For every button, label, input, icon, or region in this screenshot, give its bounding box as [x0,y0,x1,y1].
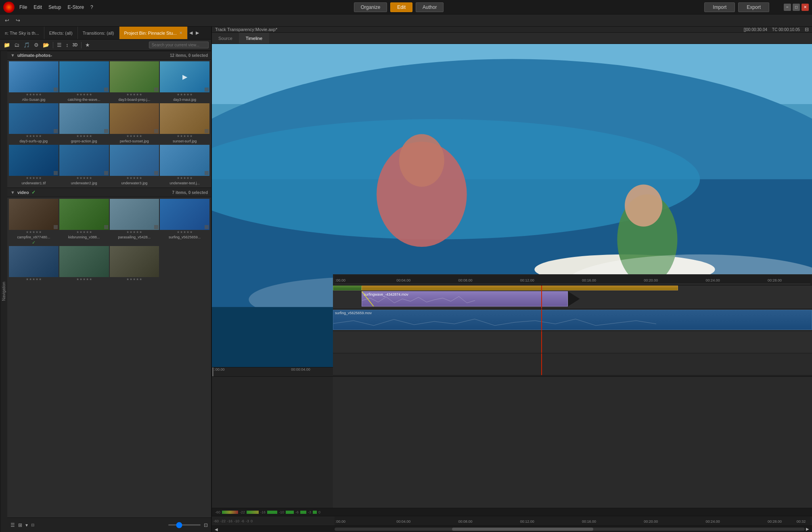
list-item[interactable]: ▶ ★★★★★ day3-maui.jpg [160,61,209,102]
lib-star-filter[interactable]: ★ [84,41,91,49]
media-label: day3-surfs-up.jpg [9,138,59,144]
menu-edit[interactable]: Edit [33,4,42,10]
media-label: underwater3.jpg [110,180,159,186]
svg-text:00:24.00: 00:24.00 [706,519,720,524]
search-input[interactable] [149,42,209,48]
star-rating: ★★★★★ [59,92,109,97]
list-item[interactable]: ★★★★★ parasailing_v5428... [110,199,159,245]
list-item[interactable]: ★★★★★ [110,246,159,283]
preview-topbar: Track Transparency:Movie.axp* []00:00:30… [212,27,812,33]
minimize-button[interactable]: − [784,4,791,11]
close-button[interactable]: ✕ [802,4,809,11]
tab-source[interactable]: Source [212,33,239,44]
lib-view-sort[interactable]: ↕ [65,41,70,49]
view-btn-dropdown[interactable]: ▾ [25,522,28,528]
svg-text:00:28.00: 00:28.00 [768,519,782,524]
list-item[interactable]: ★★★★★ campfire_v977480... ✓ [9,199,59,245]
lib-btn-folder[interactable]: 📂 [42,41,50,49]
view-btn-grid[interactable]: ⊞ [18,522,22,528]
list-item[interactable]: ★★★★★ [9,246,59,283]
list-item[interactable]: ★★★★★ day3-surfs-up.jpg [9,103,59,144]
section-count-photos: 12 items, 0 selected [170,53,208,58]
undo-button[interactable]: ↩ [3,17,11,24]
menu-file[interactable]: File [19,4,27,10]
star-rating: ★★★★★ [110,277,159,282]
tab-sky[interactable]: n: The Sky is th... [0,27,44,39]
list-item[interactable]: ★★★★★ surfing_v5625659... [160,199,209,245]
thumb-corner [54,171,58,175]
media-label: day3-maui.jpg [160,97,209,102]
section-name-photos: ultimate-photos- [17,53,52,58]
tab-transitions[interactable]: Transitions: (all) [78,27,119,39]
tab-close-icon[interactable]: ✕ [179,31,182,35]
list-item[interactable]: ★★★★★ catching-the-wave... [59,61,109,102]
lib-view-list[interactable]: ☰ [56,41,63,49]
list-item[interactable]: ★★★★★ sunset-surf.jpg [160,103,209,144]
menu-setup[interactable]: Setup [48,4,61,10]
section-arrow-photos[interactable]: ▼ [10,53,15,58]
svg-point-9 [625,184,662,226]
import-button[interactable]: Import [704,2,735,12]
edit-button[interactable]: Edit [390,2,412,12]
scroll-thumb[interactable] [452,528,593,531]
view-btn-detail[interactable]: ☰ [10,522,15,528]
view-btn-more[interactable]: ⊟ [31,523,34,527]
lib-btn-music[interactable]: 🎵 [22,41,31,49]
thumb-corner [205,225,209,229]
transition-clip-av1[interactable] [568,291,580,307]
list-item[interactable]: ★★★★★ kidsrunning_v388... [59,199,109,245]
export-button[interactable]: Export [738,2,769,12]
author-button[interactable]: Author [416,2,444,12]
list-item[interactable]: ★★★★★ underwater1.tif [9,145,59,186]
scroll-right-btn[interactable]: ▶ [805,526,810,532]
svg-text::00.00: :00.00 [335,519,345,524]
thumb-size-slider[interactable] [168,524,201,526]
list-item[interactable]: ★★★★★ day3-board-prep.j... [110,61,159,102]
svg-text:00:32: 00:32 [797,519,806,524]
tab-project-bin[interactable]: Project Bin: Pinnacle Stu... ✕ [119,27,188,39]
redo-button[interactable]: ↪ [14,17,22,24]
tab-timeline[interactable]: Timeline [239,33,269,44]
green-overlay-clip[interactable] [333,286,362,290]
main-clip-av2[interactable]: surfing_v5625659.mov [333,310,812,330]
lib-btn-1[interactable]: 📁 [2,41,11,49]
thumb-corner [54,225,58,229]
track-content-av1: surfingwave_-4342874.mov [333,286,812,309]
star-rating: ★★★★★ [110,230,159,234]
thumb-corner [205,171,209,175]
list-item[interactable]: ★★★★★ underwater2.jpg [59,145,109,186]
svg-text::00.00: :00.00 [335,278,345,282]
list-item[interactable]: ★★★★★ Alix-Susan.jpg [9,61,59,102]
main-clip-av1[interactable]: surfingwave_-4342874.mov [362,291,567,307]
thumb-corner [154,88,158,92]
preview-settings-icon[interactable]: ⊟ [805,27,809,32]
audio-meter-bar2 [247,511,259,514]
preview-tabs: Source Timeline [212,33,812,44]
lib-btn-3[interactable]: ⚙ [33,41,40,49]
scroll-left-btn[interactable]: ◀ [213,526,219,532]
tab-nav-prev[interactable]: ◀ [188,27,194,39]
svg-text:00:08.00: 00:08.00 [458,278,473,282]
section-arrow-video[interactable]: ▼ [10,190,15,195]
gold-overlay-clip[interactable] [362,286,678,290]
lib-view-3d[interactable]: 3D [71,42,79,48]
menu-help[interactable]: ? [90,4,93,10]
bottom-ruler-svg: :00.00 00:04.00 00:08.00 00:12.00 00:16.… [335,516,810,526]
list-item[interactable]: ★★★★★ gopro-action.jpg [59,103,109,144]
list-item[interactable]: ★★★★★ perfect-sunset.jpg [110,103,159,144]
media-label [110,282,159,283]
organize-button[interactable]: Organize [354,2,387,12]
lib-btn-2[interactable]: 🗂 [13,41,21,49]
thumb-corner [104,225,108,229]
tab-nav-next[interactable]: ▶ [194,27,201,39]
list-item[interactable]: ★★★★★ [59,246,109,283]
svg-text:00:04.00: 00:04.00 [396,278,410,282]
menu-estore[interactable]: E-Store [67,4,84,10]
scroll-track[interactable] [335,528,805,531]
media-label: perfect-sunset.jpg [110,138,159,144]
list-item[interactable]: ★★★★★ underwater-test.j... [160,145,209,186]
timecode-right: TC 00:00:10.05 [772,27,800,32]
maximize-button[interactable]: □ [793,4,800,11]
list-item[interactable]: ★★★★★ underwater3.jpg [110,145,159,186]
tab-effects[interactable]: Effects: (all) [44,27,78,39]
